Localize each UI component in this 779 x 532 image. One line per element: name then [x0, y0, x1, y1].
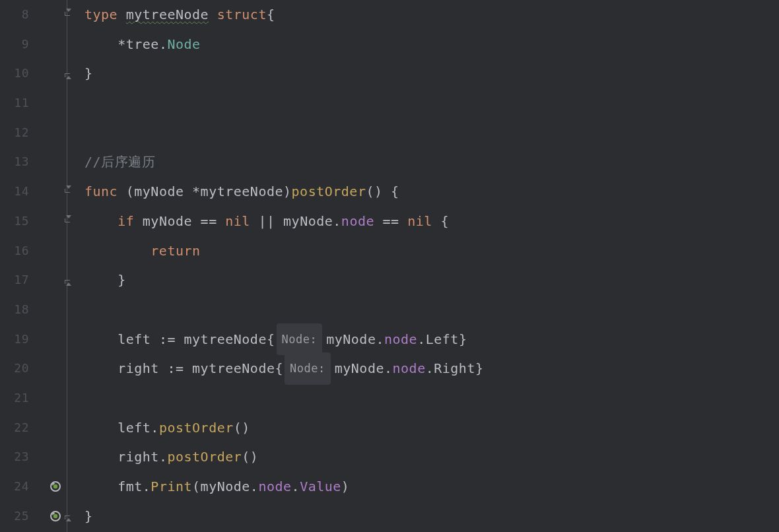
code-line[interactable]: fmt.Print(myNode.node.Value) — [85, 472, 779, 502]
fold-close-icon[interactable] — [65, 69, 74, 79]
code-line[interactable] — [85, 383, 779, 413]
line-number: 16 — [0, 236, 29, 266]
fold-close-icon[interactable] — [65, 512, 74, 521]
fold-open-icon[interactable] — [65, 10, 74, 19]
code-line[interactable]: func (myNode *mytreeNode)postOrder() { — [85, 177, 779, 207]
line-number: 24 — [0, 472, 29, 502]
recursive-call-icon[interactable] — [49, 451, 62, 464]
line-number: 22 — [0, 413, 29, 443]
code-line[interactable]: right := mytreeNode{Node:myNode.node.Rig… — [85, 354, 779, 383]
code-line[interactable] — [85, 88, 779, 118]
line-number: 8 — [0, 0, 29, 30]
code-line[interactable]: } — [85, 502, 779, 531]
recursive-call-icon[interactable] — [49, 421, 62, 434]
fold-gutter — [62, 0, 77, 532]
code-line[interactable]: return — [85, 236, 779, 266]
icon-gutter — [40, 0, 62, 532]
code-line[interactable] — [85, 118, 779, 148]
code-area[interactable]: type mytreeNode struct{ *tree.Node } //后… — [77, 0, 779, 532]
line-number: 13 — [0, 147, 29, 177]
line-number: 12 — [0, 118, 29, 148]
line-number: 17 — [0, 265, 29, 295]
code-line[interactable]: *tree.Node — [85, 30, 779, 59]
code-editor[interactable]: 8 9 10 11 12 13 14 15 16 17 18 19 20 21 … — [0, 0, 779, 532]
line-number: 10 — [0, 59, 29, 88]
line-number: 15 — [0, 207, 29, 236]
line-number: 19 — [0, 325, 29, 354]
fold-open-icon[interactable] — [65, 187, 74, 196]
code-line[interactable] — [85, 295, 779, 325]
code-line[interactable]: } — [85, 59, 779, 88]
line-number: 23 — [0, 442, 29, 472]
line-number: 14 — [0, 177, 29, 207]
comment: //后序遍历 — [85, 147, 155, 177]
line-number: 25 — [0, 502, 29, 531]
code-line[interactable]: } — [85, 265, 779, 295]
code-line[interactable]: left.postOrder() — [85, 413, 779, 443]
parameter-hint: Node: — [285, 352, 331, 385]
fold-close-icon[interactable] — [65, 276, 74, 285]
code-line[interactable]: left := mytreeNode{Node:myNode.node.Left… — [85, 325, 779, 354]
svg-point-3 — [53, 514, 57, 518]
code-line[interactable]: right.postOrder() — [85, 442, 779, 472]
fold-open-icon[interactable] — [65, 216, 74, 226]
line-number: 20 — [0, 354, 29, 383]
line-number: 9 — [0, 30, 29, 59]
parameter-hint: Node: — [277, 323, 323, 356]
code-line[interactable]: if myNode == nil || myNode.node == nil { — [85, 207, 779, 236]
line-number: 21 — [0, 383, 29, 413]
line-number: 11 — [0, 88, 29, 118]
code-line[interactable]: type mytreeNode struct{ — [85, 0, 779, 30]
line-number: 18 — [0, 295, 29, 325]
code-line[interactable]: //后序遍历 — [85, 147, 779, 177]
type-name: mytreeNode — [126, 0, 209, 30]
line-number-gutter: 8 9 10 11 12 13 14 15 16 17 18 19 20 21 … — [0, 0, 40, 532]
